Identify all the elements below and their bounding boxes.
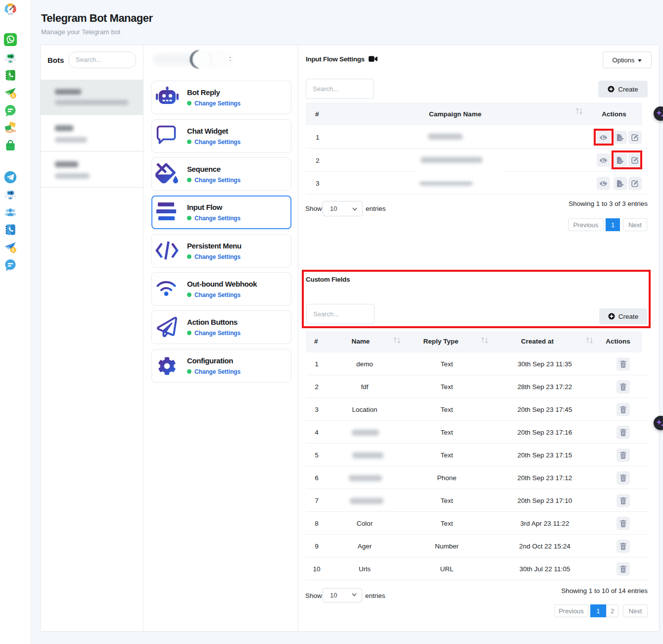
svg-text:1: 1 [12, 93, 14, 98]
svg-text:1: 1 [12, 248, 14, 252]
